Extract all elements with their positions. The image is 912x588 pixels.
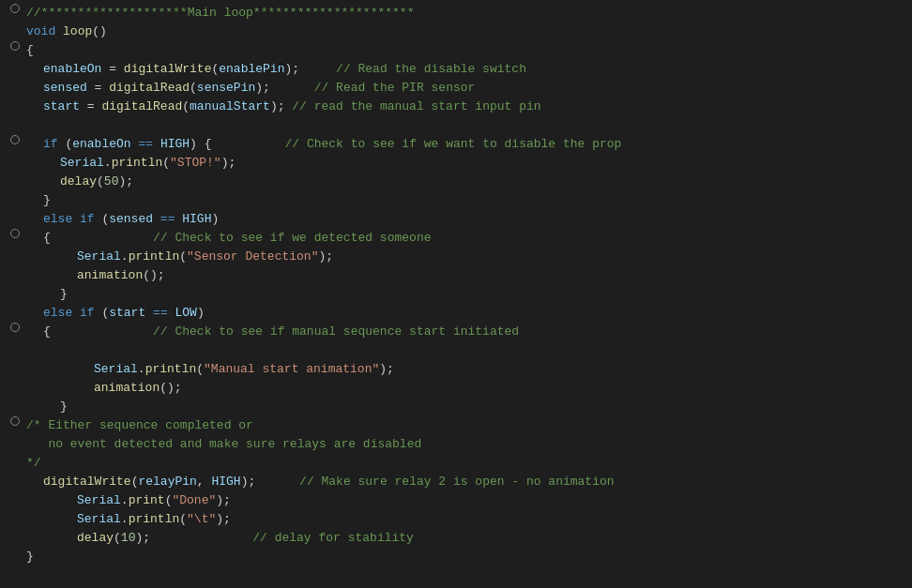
gutter-dot — [10, 416, 20, 426]
line-content: else if (start == LOW) — [26, 304, 904, 323]
token-string: "STOP!" — [170, 156, 221, 170]
token-plain: (); — [143, 268, 164, 282]
token-function: digitalRead — [101, 99, 182, 113]
token-plain: ( — [95, 212, 110, 226]
token-plain: ( — [58, 137, 73, 151]
line-content: digitalWrite(relayPin, HIGH); // Make su… — [26, 473, 904, 491]
line-content: } — [26, 398, 904, 416]
token-keyword: if — [43, 137, 58, 151]
line-content: delay(10); // delay for stability — [26, 529, 904, 548]
token-variable: Serial — [77, 512, 121, 526]
line-gutter — [8, 416, 23, 426]
token-function: println — [145, 362, 197, 376]
token-plain: ) { — [190, 137, 284, 151]
token-comment: // delay for stability — [252, 531, 414, 545]
token-plain: . — [104, 156, 112, 170]
token-string: "Sensor Detection" — [187, 249, 318, 264]
line-gutter — [8, 135, 23, 144]
token-plain: ( — [179, 512, 187, 526]
token-variable: Serial — [77, 249, 121, 264]
token-plain: ); — [216, 493, 231, 507]
token-comment: // Check to see if we want to disable th… — [285, 137, 622, 151]
token-variable: start — [109, 306, 145, 320]
token-plain: } — [60, 287, 68, 301]
token-plain: ); — [255, 81, 313, 95]
token-plain: () — [92, 24, 107, 38]
token-variable: HIGH — [211, 475, 240, 489]
token-comment: no event detected and make sure relays a… — [26, 437, 421, 451]
token-plain: ); — [318, 249, 333, 264]
token-comment: /* Either sequence completed or — [26, 418, 253, 432]
gutter-dot — [10, 323, 20, 332]
code-line: else if (sensed == HIGH) — [0, 210, 912, 229]
token-keyword: == — [160, 212, 175, 226]
token-variable: enablePin — [219, 62, 284, 76]
token-string: "\t" — [187, 512, 216, 526]
token-variable: LOW — [175, 306, 196, 320]
token-variable: Serial — [77, 493, 121, 507]
token-plain: ); — [216, 512, 231, 526]
token-keyword: void — [26, 24, 55, 38]
gutter-dot — [10, 41, 20, 51]
token-plain: = — [80, 99, 101, 113]
token-plain: ( — [179, 249, 187, 264]
token-variable: enableOn — [43, 62, 101, 76]
line-content: void loop() — [26, 23, 904, 41]
token-function: println — [129, 512, 180, 526]
code-line: /* Either sequence completed or — [0, 416, 912, 435]
token-plain — [153, 212, 160, 226]
token-comment: // Read the disable switch — [336, 62, 526, 76]
token-function: animation — [94, 381, 160, 395]
code-line: if (enableOn == HIGH) { // Check to see … — [0, 135, 912, 154]
code-line: void loop() — [0, 23, 912, 41]
token-plain: (); — [160, 381, 181, 395]
code-line: delay(50); — [0, 173, 912, 191]
code-line: sensed = digitalRead(sensePin); // Read … — [0, 79, 912, 98]
code-line — [0, 116, 912, 135]
code-line: digitalWrite(relayPin, HIGH); // Make su… — [0, 473, 912, 491]
token-number: 50 — [104, 174, 119, 188]
line-content: sensed = digitalRead(sensePin); // Read … — [26, 79, 904, 98]
token-keyword: else if — [43, 306, 95, 320]
token-plain — [153, 137, 160, 151]
token-plain: ( — [162, 156, 170, 170]
token-comment: //********************Main loop*********… — [26, 6, 414, 20]
line-gutter — [8, 323, 23, 332]
token-plain: ( — [95, 306, 110, 320]
token-plain: ( — [114, 531, 121, 545]
line-content: } — [26, 191, 904, 210]
token-plain: { — [43, 231, 153, 245]
line-content: /* Either sequence completed or — [26, 416, 904, 435]
token-comment: // Make sure relay 2 is open - no animat… — [299, 475, 614, 489]
token-plain: } — [26, 550, 34, 564]
line-content: Serial.print("Done"); — [26, 491, 904, 510]
token-plain: ); — [118, 174, 133, 188]
code-line: //********************Main loop*********… — [0, 4, 912, 23]
token-function: delay — [60, 174, 97, 188]
code-line: { // Check to see if we detected someone — [0, 229, 912, 248]
code-line: enableOn = digitalWrite(enablePin); // R… — [0, 60, 912, 79]
code-line: delay(10); // delay for stability — [0, 529, 912, 548]
token-variable: sensed — [43, 81, 87, 95]
token-variable: manualStart — [190, 99, 270, 113]
token-plain: { — [43, 324, 153, 339]
token-variable: relayPin — [138, 475, 196, 489]
token-plain: ); — [221, 156, 236, 170]
token-function: print — [129, 493, 165, 507]
token-plain: = — [87, 81, 109, 95]
token-plain: ); — [270, 99, 292, 113]
token-plain: } — [43, 193, 51, 207]
token-plain — [145, 306, 153, 320]
token-plain: . — [138, 362, 145, 376]
token-function: delay — [77, 531, 114, 545]
token-plain: ); — [135, 531, 252, 545]
token-comment: // Read the PIR sensor — [314, 81, 476, 95]
line-content: Serial.println("Sensor Detection"); — [26, 248, 904, 266]
code-line: Serial.println("Manual start animation")… — [0, 360, 912, 379]
code-line: no event detected and make sure relays a… — [0, 435, 912, 454]
line-content: else if (sensed == HIGH) — [26, 210, 904, 229]
code-line: Serial.println("Sensor Detection"); — [0, 248, 912, 266]
code-line: start = digitalRead(manualStart); // rea… — [0, 98, 912, 116]
token-keyword: else if — [43, 212, 95, 226]
line-gutter — [8, 229, 23, 238]
